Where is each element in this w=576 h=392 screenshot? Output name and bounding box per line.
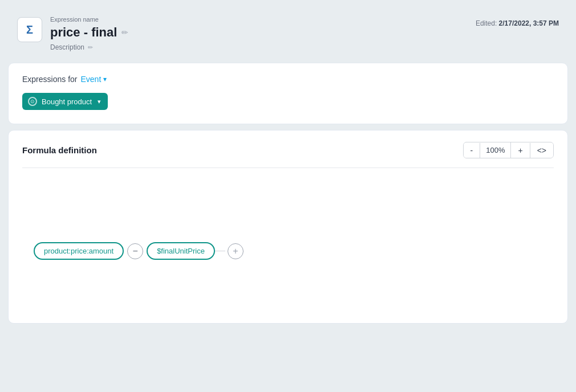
event-dropdown[interactable]: Event ▾ — [80, 75, 107, 84]
add-operand-button[interactable]: + — [228, 243, 244, 259]
description-label: Description — [50, 43, 84, 51]
bought-product-icon: ⊙ — [28, 97, 37, 106]
expressions-card: Expressions for Event ▾ ⊙ Bought product… — [8, 63, 568, 124]
edited-date: 2/17/2022, 3:57 PM — [499, 19, 559, 27]
event-chevron-icon: ▾ — [103, 75, 107, 83]
operand1-pill[interactable]: product:price:amount — [34, 242, 124, 260]
bought-product-button[interactable]: ⊙ Bought product ▾ — [22, 93, 108, 110]
main-content: Expressions for Event ▾ ⊙ Bought product… — [0, 63, 576, 324]
bought-product-label: Bought product — [42, 97, 92, 106]
bought-product-chevron-icon: ▾ — [98, 98, 101, 105]
zoom-plus-button[interactable]: + — [511, 143, 530, 158]
formula-controls: - 100% + <> — [463, 142, 554, 158]
event-label: Event — [80, 75, 101, 84]
formula-expression-row: product:price:amount − $finalUnitPrice + — [34, 242, 244, 260]
description-edit-icon[interactable]: ✏ — [88, 44, 93, 51]
operator-symbol: − — [132, 246, 137, 256]
formula-workspace: product:price:amount − $finalUnitPrice + — [22, 168, 554, 293]
sigma-icon: Σ — [26, 23, 33, 36]
expressions-header: Expressions for Event ▾ — [22, 75, 554, 84]
formula-header: Formula definition - 100% + <> — [22, 142, 554, 158]
zoom-level: 100% — [480, 142, 511, 158]
zoom-minus-button[interactable]: - — [464, 143, 481, 158]
header-left: Σ Expression name price - final ✏ Descri… — [17, 16, 128, 51]
header-text: Expression name price - final ✏ Descript… — [50, 16, 128, 51]
connector-line — [215, 251, 225, 252]
expressions-for-label: Expressions for — [22, 75, 77, 84]
sigma-icon-box: Σ — [17, 17, 42, 42]
expression-title-row: price - final ✏ — [50, 25, 128, 40]
header: Σ Expression name price - final ✏ Descri… — [0, 0, 576, 63]
title-edit-icon[interactable]: ✏ — [121, 28, 128, 37]
expression-title: price - final — [50, 25, 117, 40]
operand2-pill[interactable]: $finalUnitPrice — [147, 242, 215, 260]
formula-card: Formula definition - 100% + <> product:p… — [8, 130, 568, 324]
edited-label: Edited: 2/17/2022, 3:57 PM — [476, 19, 559, 27]
expression-name-label: Expression name — [50, 16, 128, 23]
header-right: Edited: 2/17/2022, 3:57 PM — [476, 16, 559, 27]
formula-title: Formula definition — [22, 145, 97, 155]
code-view-button[interactable]: <> — [530, 143, 553, 158]
operator-minus-circle[interactable]: − — [127, 243, 143, 259]
description-row: Description ✏ — [50, 43, 128, 51]
